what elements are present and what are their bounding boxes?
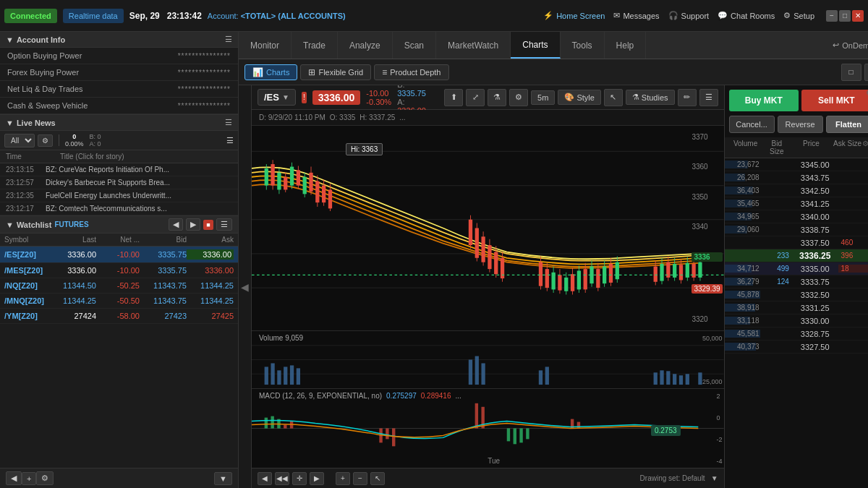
reverse-button[interactable]: Reverse [778, 116, 823, 133]
ob-row-6[interactable]: 3337.50 460 ● [725, 236, 868, 249]
zoom-out-btn[interactable]: − [353, 472, 367, 485]
minimize-button[interactable]: − [826, 10, 838, 22]
news-gear-button[interactable]: ⚙ [38, 134, 53, 147]
symbol-status-indicator: ! [302, 92, 307, 103]
account-info-menu[interactable]: ☰ [225, 35, 232, 44]
chart-settings-btn[interactable]: ☰ [864, 64, 868, 81]
watchlist-prev-btn[interactable]: ◀ [169, 218, 183, 231]
news-row-2[interactable]: 23:12:35 FuelCell Energy Launches Underw… [0, 189, 238, 202]
cancel-button[interactable]: Cancel... [729, 116, 775, 133]
macd-area[interactable]: MACD (12, 26, 9, EXPONENTIAL, no) 0.2752… [252, 388, 724, 468]
studies-button[interactable]: ⚗ Studies [626, 90, 675, 105]
scroll-right-btn[interactable]: ▶ [310, 472, 324, 485]
left-bottom-gear-btn[interactable]: ⚙ [36, 471, 54, 485]
symbol-bar-tools: ⬆ ⤢ ⚗ ⚙ 5m 🎨 Style ↖ ⚗ Studies [444, 89, 718, 106]
tab-marketwatch[interactable]: MarketWatch [436, 32, 511, 59]
watchlist-next-btn[interactable]: ▶ [186, 218, 200, 231]
news-filter-dropdown[interactable]: All [4, 134, 35, 147]
nav-home-screen[interactable]: ⚡ Home Screen [543, 11, 605, 20]
flexible-grid-button[interactable]: ⊞ Flexible Grid [300, 64, 371, 80]
cursor-btn[interactable]: ↖ [370, 472, 385, 485]
product-depth-button[interactable]: ≡ Product Depth [374, 64, 448, 80]
left-bottom-scroll-down-btn[interactable]: ▼ [214, 472, 232, 485]
news-row-0[interactable]: 23:13:15 BZ: CureVac Reports Initiation … [0, 163, 238, 176]
watchlist-row-4[interactable]: /YM[Z20] 27424 -58.00 27423 27425 [0, 309, 238, 324]
ob-row-8[interactable]: 34,712 499 3335.00 18 ● [725, 262, 868, 275]
ob-row-11[interactable]: 38,918 3331.25 [725, 301, 868, 314]
tab-analyze[interactable]: Analyze [338, 32, 393, 59]
flask-button[interactable]: ⚗ [488, 89, 506, 106]
maximize-button[interactable]: □ [839, 10, 851, 22]
more-button[interactable]: ☰ [699, 89, 718, 106]
close-button[interactable]: ✕ [852, 10, 864, 22]
ob-row-4[interactable]: 34,965 3340.00 [725, 210, 868, 223]
nav-setup[interactable]: ⚙ Setup [783, 11, 814, 20]
left-bottom-prev-btn[interactable]: ◀ [6, 471, 22, 485]
expand-button[interactable]: ⤢ [466, 89, 485, 106]
news-settings-icon[interactable]: ☰ [226, 136, 234, 145]
watchlist-menu-btn[interactable]: ☰ [216, 218, 232, 231]
panel-collapse-button[interactable]: ◀ [239, 85, 252, 488]
charts-button[interactable]: 📊 Charts [244, 64, 297, 80]
price-scale: 3370 3360 3350 3340 3336 3329.39 3320 [692, 133, 722, 323]
ob-row-current[interactable]: 233 3336.25 396 ● [725, 249, 868, 262]
news-row-3[interactable]: 23:12:17 BZ: Comtech Telecommunications … [0, 202, 238, 215]
watchlist-row-0[interactable]: /ES[Z20] 3336.00 -10.00 3335.75 3336.00 [0, 247, 238, 263]
ob-row-3[interactable]: 35,465 3341.25 ● [725, 197, 868, 210]
cursor-tool[interactable]: ↖ [604, 89, 623, 106]
zoom-in-btn[interactable]: + [336, 472, 350, 485]
buy-market-button[interactable]: Buy MKT [729, 90, 799, 111]
tab-monitor[interactable]: Monitor [239, 32, 292, 59]
crosshair-btn[interactable]: ✛ [292, 472, 307, 485]
svg-rect-90 [297, 368, 300, 385]
ob-row-14[interactable]: 40,373 3327.50 [725, 341, 868, 354]
ob-row-12[interactable]: 33,118 3330.00 ●● [725, 314, 868, 328]
ob-row-0[interactable]: 23,672 3345.00 [725, 158, 868, 171]
nav-chat-rooms[interactable]: 💬 Chat Rooms [718, 11, 775, 20]
realtime-status[interactable]: Realtime data [63, 9, 124, 23]
candle-chart-area[interactable]: 3370 3360 3350 3340 3336 3329.39 3320 Hi… [252, 126, 724, 330]
ob-row-2[interactable]: 36,403 3342.50 [725, 184, 868, 197]
ob-row-13[interactable]: 45,581 3328.75 ● [725, 328, 868, 341]
volume-area[interactable]: Volume 9,059 50,000 25,000 [252, 330, 724, 388]
chart-layout-btn[interactable]: □ [841, 64, 861, 81]
tab-tools[interactable]: Tools [561, 32, 605, 59]
drawings-button[interactable]: ✏ [678, 89, 697, 106]
order-book-rows: 23,672 3345.00 26,208 3 [725, 158, 868, 488]
watchlist-header: ▼ Watchlist FUTURES ◀ ▶ ■ ☰ [0, 216, 238, 234]
share-button[interactable]: ⬆ [444, 89, 463, 106]
left-bottom-add-btn[interactable]: + [22, 472, 36, 485]
chart-content: ◀ /ES ▼ ! 3336.00 -10.00 -0.30% [239, 85, 868, 488]
tab-trade[interactable]: Trade [292, 32, 338, 59]
scroll-left-btn[interactable]: ◀ [258, 472, 272, 485]
ob-row-10[interactable]: 45,878 3332.50 ● [725, 288, 868, 301]
order-book-settings[interactable]: ⚙ [862, 140, 868, 155]
tab-scan[interactable]: Scan [393, 32, 436, 59]
ob-row-9[interactable]: 36,279 124 3333.75 [725, 275, 868, 288]
watchlist-row-2[interactable]: /NQ[Z20] 11344.50 -50.25 11343.75 11344.… [0, 278, 238, 294]
timeframe-selector[interactable]: 5m [531, 90, 555, 105]
ob-row-5[interactable]: 29,060 3338.75 [725, 223, 868, 236]
style-icon: 🎨 [564, 93, 574, 102]
step-left-btn[interactable]: ◀◀ [275, 472, 289, 485]
flatten-button[interactable]: Flatten [826, 116, 868, 133]
connected-status[interactable]: Connected [4, 9, 57, 23]
live-news-section-header[interactable]: ▼ Live News ☰ [0, 115, 238, 131]
nav-messages[interactable]: ✉ Messages [613, 11, 659, 20]
style-button[interactable]: 🎨 Style [558, 90, 600, 105]
sell-market-button[interactable]: Sell MKT [801, 90, 868, 111]
tab-charts[interactable]: Charts [511, 32, 560, 59]
tab-help[interactable]: Help [605, 32, 647, 59]
left-bottom-controls: ◀ + ⚙ ▼ [0, 468, 238, 488]
live-news-menu[interactable]: ☰ [225, 118, 232, 127]
order-settings-icon[interactable]: ⚙ [866, 88, 868, 98]
watchlist-row-1[interactable]: /MES[Z20] 3336.00 -10.00 3335.75 3336.00 [0, 263, 238, 278]
ob-row-1[interactable]: 26,208 3343.75 [725, 171, 868, 184]
tab-ondemand[interactable]: ↩ OnDemand [825, 38, 868, 53]
chart-settings-gear[interactable]: ⚙ [509, 89, 528, 106]
nav-support[interactable]: 🎧 Support [668, 11, 710, 20]
symbol-selector[interactable]: /ES ▼ [258, 89, 296, 106]
news-row-1[interactable]: 23:12:57 Dickey's Barbecue Pit Supports … [0, 176, 238, 189]
watchlist-row-3[interactable]: /MNQ[Z20] 11344.25 -50.50 11343.75 11344… [0, 294, 238, 309]
account-info-section-header[interactable]: ▼ Account Info ☰ [0, 32, 238, 48]
